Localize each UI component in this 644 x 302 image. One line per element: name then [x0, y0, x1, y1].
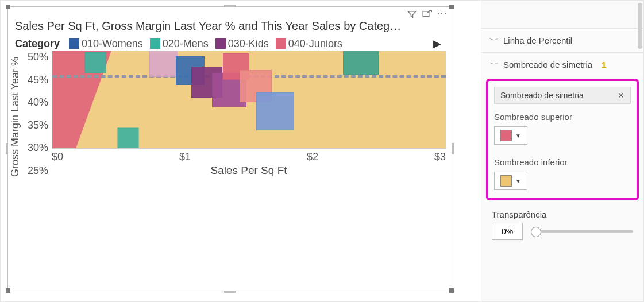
instance-chip[interactable]: Sombreado de simetria ✕ [494, 87, 631, 104]
data-point[interactable] [85, 52, 106, 73]
legend-item[interactable]: 030-Kids [215, 38, 269, 50]
resize-handle[interactable] [449, 5, 454, 9]
card-count: 1 [601, 60, 606, 69]
resize-handle[interactable] [6, 5, 10, 9]
legend-label: 030-Kids [228, 38, 269, 50]
field-label: Transparência [492, 210, 633, 219]
chart-title: Sales Per Sq Ft, Gross Margin Last Year … [8, 7, 452, 34]
y-axis-label: Gross Margin Last Year % [8, 57, 24, 177]
upper-shade-color-picker[interactable]: ▼ [494, 126, 527, 145]
card-title: Sombreado de simetria [503, 60, 592, 69]
legend-item[interactable]: 020-Mens [150, 38, 209, 50]
lower-shade-color-picker[interactable]: ▼ [494, 172, 527, 190]
resize-handle[interactable] [224, 5, 236, 7]
transparency-slider[interactable] [531, 230, 633, 233]
legend-item[interactable]: 010-Womens [69, 38, 143, 50]
chart-legend: Category 010-Womens 020-Mens 030-Kids 04… [8, 34, 452, 51]
resize-handle[interactable] [449, 288, 454, 293]
x-axis-ticks: $0 $1 $2 $3 [52, 149, 446, 163]
field-label: Sombreado inferior [494, 157, 631, 167]
chip-label: Sombreado de simetria [500, 91, 584, 100]
caret-down-icon: ▼ [515, 178, 521, 184]
resize-handle[interactable] [6, 288, 10, 293]
chart-visual[interactable]: ⋯ Sales Per Sq Ft, Gross Margin Last Yea… [7, 6, 452, 291]
field-label: Sombreado superior [494, 112, 631, 122]
legend-label: 020-Mens [163, 38, 209, 50]
more-options-icon[interactable]: ⋯ [437, 9, 448, 22]
legend-item[interactable]: 040-Juniors [276, 38, 342, 50]
format-pane: ﹀ Linha de Percentil ﹀ Sombreado de sime… [481, 1, 643, 301]
legend-label: 040-Juniors [288, 38, 342, 50]
card-title: Linha de Percentil [503, 36, 572, 45]
focus-mode-icon[interactable] [422, 9, 432, 22]
legend-next-icon[interactable]: ▶ [433, 37, 445, 50]
data-point[interactable] [118, 128, 139, 149]
y-axis-ticks: 50% 45% 40% 35% 30% 25% [24, 51, 52, 177]
color-swatch [500, 130, 512, 141]
caret-down-icon: ▼ [515, 133, 521, 139]
data-point[interactable] [256, 92, 294, 130]
color-swatch [500, 175, 512, 187]
symmetry-shading-settings: Sombreado de simetria ✕ Sombreado superi… [486, 79, 639, 200]
slider-knob[interactable] [531, 227, 541, 237]
card-percentile-line[interactable]: ﹀ Linha de Percentil [481, 28, 643, 52]
chevron-down-icon: ﹀ [489, 60, 499, 69]
chevron-down-icon: ﹀ [489, 36, 499, 45]
filter-icon[interactable] [407, 9, 417, 22]
x-axis-label: Sales Per Sq Ft [52, 163, 446, 177]
close-icon[interactable]: ✕ [618, 91, 624, 100]
plot-area[interactable] [52, 51, 446, 149]
scrollbar[interactable] [638, 3, 642, 49]
transparency-input[interactable] [492, 223, 523, 240]
resize-handle[interactable] [224, 291, 236, 293]
data-point[interactable] [343, 51, 379, 75]
resize-handle[interactable] [452, 143, 454, 154]
card-symmetry-shading[interactable]: ﹀ Sombreado de simetria 1 [481, 52, 643, 76]
legend-label: 010-Womens [82, 38, 143, 50]
legend-title: Category [15, 38, 60, 50]
data-point[interactable] [149, 51, 178, 77]
